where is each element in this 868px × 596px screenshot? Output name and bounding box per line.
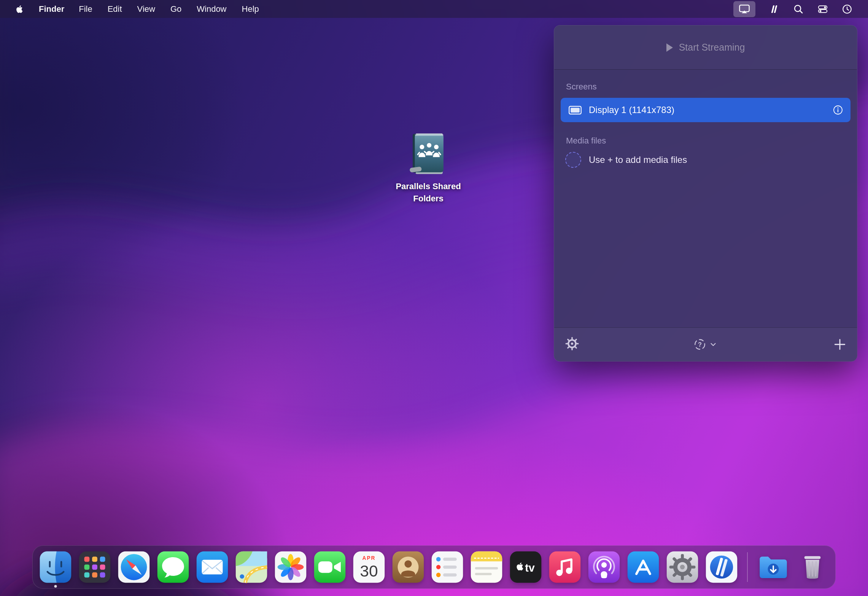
- display-icon: [568, 105, 582, 115]
- dock: APR30tv: [32, 545, 836, 589]
- desktop-icon-parallels-shared-folders[interactable]: Parallels Shared Folders: [386, 131, 470, 205]
- dock-icon-notes[interactable]: [470, 550, 503, 584]
- dock-wrap: APR30tv: [0, 545, 868, 589]
- desktop: Finder FileEditViewGoWindowHelp: [0, 0, 868, 596]
- start-streaming-label: Start Streaming: [679, 42, 745, 53]
- dock-icon-maps[interactable]: [235, 550, 268, 584]
- dock-icon-downloads[interactable]: [757, 550, 790, 584]
- dock-icon-contacts[interactable]: [391, 550, 425, 584]
- dock-icon-photos[interactable]: [274, 550, 307, 584]
- media-files-row: Use + to add media files: [561, 152, 851, 168]
- dock-divider: [747, 552, 748, 582]
- dock-icon-launchpad[interactable]: [78, 550, 111, 584]
- play-icon: [666, 43, 673, 52]
- control-center-icon[interactable]: [817, 2, 828, 16]
- menu-bar: Finder FileEditViewGoWindowHelp: [0, 0, 868, 18]
- dock-icon-calendar[interactable]: APR30: [352, 550, 386, 584]
- dock-icon-music[interactable]: [548, 550, 582, 584]
- start-streaming-button[interactable]: Start Streaming: [554, 25, 857, 70]
- menu-app-name[interactable]: Finder: [39, 4, 64, 14]
- svg-text:?: ?: [698, 341, 702, 348]
- dock-icon-trash[interactable]: [796, 550, 829, 584]
- add-plus-icon: [833, 338, 846, 351]
- streaming-popover: Start Streaming Screens Display 1 (1141x…: [554, 25, 857, 362]
- parallels-icon[interactable]: [768, 2, 780, 16]
- apple-menu[interactable]: [14, 3, 24, 16]
- popover-body: Screens Display 1 (1141x783) Media files: [554, 70, 857, 327]
- help-icon: ?: [693, 338, 706, 351]
- dock-icon-appletv[interactable]: tv: [509, 550, 542, 584]
- media-hint-label: Use + to add media files: [589, 155, 687, 165]
- dock-icon-system-preferences[interactable]: [666, 550, 699, 584]
- display-row-label: Display 1 (1141x783): [589, 105, 674, 115]
- chevron-down-icon: [709, 340, 718, 349]
- dock-icon-facetime[interactable]: [313, 550, 347, 584]
- dock-icon-reminders[interactable]: [431, 550, 464, 584]
- dock-icon-messages[interactable]: [156, 550, 190, 584]
- screens-section-label: Screens: [566, 82, 851, 92]
- menu-item-view[interactable]: View: [137, 4, 155, 14]
- spotlight-search-icon[interactable]: [793, 2, 804, 16]
- menu-item-edit[interactable]: Edit: [108, 4, 122, 14]
- dock-icon-parallels-desktop[interactable]: [705, 550, 738, 584]
- menu-status-icons: [733, 0, 853, 18]
- popover-footer: ?: [554, 327, 857, 361]
- dock-icon-mail[interactable]: [196, 550, 229, 584]
- info-icon[interactable]: [833, 105, 843, 115]
- dock-icon-podcasts[interactable]: [587, 550, 621, 584]
- shared-folders-icon: [407, 131, 450, 177]
- desktop-icon-label: Parallels Shared Folders: [391, 180, 466, 205]
- help-menu[interactable]: ?: [693, 338, 718, 351]
- clock-icon[interactable]: [841, 2, 853, 16]
- dock-icon-safari[interactable]: [117, 550, 151, 584]
- dock-icon-appstore[interactable]: [626, 550, 660, 584]
- menu-item-file[interactable]: File: [79, 4, 92, 14]
- menu-item-window[interactable]: Window: [197, 4, 226, 14]
- screen-mirroring-icon[interactable]: [733, 1, 755, 17]
- menu-item-help[interactable]: Help: [242, 4, 259, 14]
- media-section-label: Media files: [566, 136, 851, 146]
- apple-logo-icon: [14, 4, 24, 14]
- menu-item-go[interactable]: Go: [170, 4, 181, 14]
- menu-items: FileEditViewGoWindowHelp: [79, 4, 259, 14]
- add-media-button[interactable]: [833, 338, 846, 351]
- dock-icon-finder[interactable]: [39, 550, 72, 584]
- svg-text:APR: APR: [362, 555, 375, 561]
- media-placeholder-icon: [565, 152, 581, 168]
- svg-text:tv: tv: [525, 562, 535, 574]
- settings-gear-icon[interactable]: [565, 336, 579, 352]
- display-row[interactable]: Display 1 (1141x783): [561, 98, 851, 122]
- svg-text:30: 30: [360, 562, 378, 580]
